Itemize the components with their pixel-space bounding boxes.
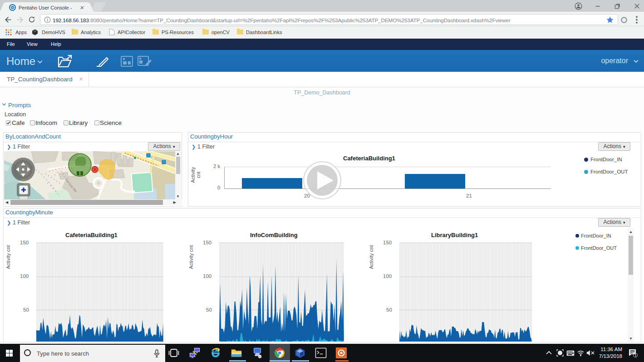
svg-text:1: 1 (634, 354, 636, 357)
